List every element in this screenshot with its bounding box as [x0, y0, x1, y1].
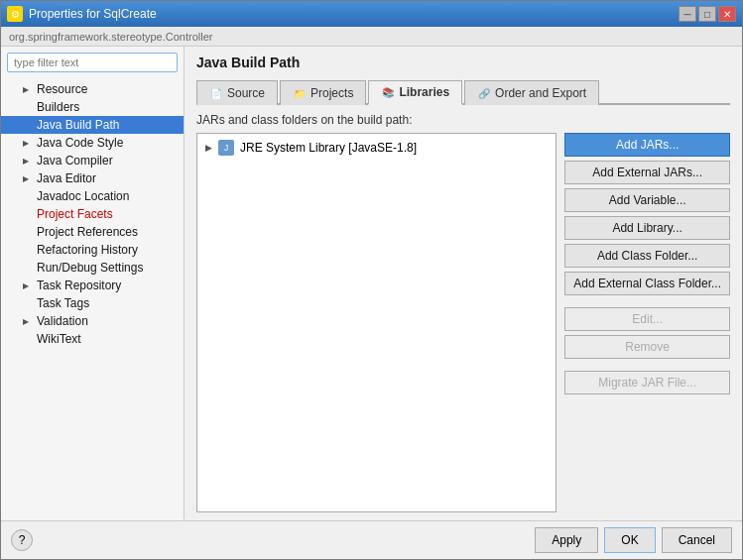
ok-button[interactable]: OK — [604, 527, 655, 553]
sidebar-item-label: Builders — [37, 100, 79, 114]
edit-button[interactable]: Edit... — [564, 307, 730, 331]
add-variable-button[interactable]: Add Variable... — [564, 188, 730, 212]
bottom-right-buttons: Apply OK Cancel — [535, 527, 732, 553]
add-external-jars-button[interactable]: Add External JARs... — [564, 161, 730, 184]
jar-icon: J — [218, 140, 234, 156]
sidebar-tree: ▶ResourceBuildersJava Build Path▶Java Co… — [1, 78, 184, 520]
projects-tab-icon: 📁 — [293, 86, 307, 100]
sidebar-item-run-debug-settings[interactable]: Run/Debug Settings — [1, 259, 184, 277]
title-controls: ─ □ ✕ — [679, 6, 736, 22]
tab-order-and-export[interactable]: 🔗 Order and Export — [464, 80, 599, 105]
sidebar-item-label: Java Compiler — [37, 154, 113, 168]
add-jars-button[interactable]: Add JARs... — [564, 133, 730, 157]
libraries-tab-icon: 📚 — [381, 85, 395, 99]
sidebar-item-task-repository[interactable]: ▶Task Repository — [1, 277, 184, 294]
source-tab-icon: 📄 — [209, 86, 223, 100]
sidebar-item-java-build-path[interactable]: Java Build Path — [1, 116, 184, 134]
title-bar-left: ⚙ Properties for SqlCreate — [7, 6, 157, 22]
expand-icon: ▶ — [23, 317, 33, 326]
expand-icon: ▶ — [23, 157, 33, 166]
sidebar-item-label: Task Tags — [37, 296, 89, 310]
expand-icon: ▶ — [23, 174, 33, 183]
sidebar-item-project-references[interactable]: Project References — [1, 223, 184, 241]
sidebar-item-label: Java Build Path — [37, 118, 119, 132]
help-button[interactable]: ? — [11, 529, 33, 551]
sidebar-item-label: WikiText — [37, 332, 81, 346]
panel-description: JARs and class folders on the build path… — [196, 113, 730, 127]
sidebar-item-resource[interactable]: ▶Resource — [1, 80, 184, 98]
tab-source[interactable]: 📄 Source — [196, 80, 278, 105]
sidebar-item-validation[interactable]: ▶Validation — [1, 312, 184, 330]
sidebar-item-label: Validation — [37, 314, 88, 328]
sidebar-item-wikitext[interactable]: WikiText — [1, 330, 184, 348]
expand-icon: ▶ — [23, 281, 33, 290]
add-library-button[interactable]: Add Library... — [564, 216, 730, 240]
window-title: Properties for SqlCreate — [29, 7, 157, 21]
side-buttons: Add JARs... Add External JARs... Add Var… — [564, 133, 730, 512]
expand-arrow-icon: ▶ — [205, 143, 212, 153]
library-tree: ▶ J JRE System Library [JavaSE-1.8] — [196, 133, 557, 512]
expand-icon: ▶ — [23, 139, 33, 148]
sidebar-item-project-facets[interactable]: Project Facets — [1, 205, 184, 223]
tab-projects[interactable]: 📁 Projects — [280, 80, 366, 105]
panel-title: Java Build Path — [196, 55, 730, 70]
bottom-bar: ? Apply OK Cancel — [1, 520, 742, 559]
breadcrumb: org.springframework.stereotype.Controlle… — [1, 27, 742, 47]
sidebar-item-refactoring-history[interactable]: Refactoring History — [1, 241, 184, 259]
minimize-button[interactable]: ─ — [679, 6, 696, 22]
sidebar-item-java-code-style[interactable]: ▶Java Code Style — [1, 134, 184, 152]
tab-libraries[interactable]: 📚 Libraries — [368, 80, 462, 105]
sidebar-item-label: Run/Debug Settings — [37, 261, 143, 275]
sidebar-item-label: Resource — [37, 82, 87, 96]
right-panel: Java Build Path 📄 Source 📁 Projects 📚 Li… — [185, 47, 742, 520]
sidebar-item-builders[interactable]: Builders — [1, 98, 184, 116]
remove-button[interactable]: Remove — [564, 335, 730, 359]
sidebar-item-task-tags[interactable]: Task Tags — [1, 294, 184, 312]
window-icon: ⚙ — [7, 6, 23, 22]
sidebar-item-label: Task Repository — [37, 279, 121, 292]
sidebar-item-javadoc-location[interactable]: Javadoc Location — [1, 187, 184, 205]
main-content: ▶ResourceBuildersJava Build Path▶Java Co… — [1, 47, 742, 520]
migrate-jar-button[interactable]: Migrate JAR File... — [564, 371, 730, 394]
cancel-button[interactable]: Cancel — [662, 527, 732, 553]
sidebar: ▶ResourceBuildersJava Build Path▶Java Co… — [1, 47, 185, 520]
sidebar-item-label: Java Code Style — [37, 136, 123, 150]
add-class-folder-button[interactable]: Add Class Folder... — [564, 244, 730, 268]
add-external-class-folder-button[interactable]: Add External Class Folder... — [564, 272, 730, 295]
panel-main: ▶ J JRE System Library [JavaSE-1.8] Add … — [196, 133, 730, 512]
expand-icon: ▶ — [23, 85, 33, 94]
sidebar-item-label: Project Facets — [37, 207, 113, 221]
apply-button[interactable]: Apply — [535, 527, 598, 553]
filter-input[interactable] — [7, 53, 178, 72]
sidebar-item-label: Javadoc Location — [37, 189, 129, 203]
sidebar-item-label: Java Editor — [37, 171, 96, 185]
sidebar-item-java-editor[interactable]: ▶Java Editor — [1, 169, 184, 187]
sidebar-item-label: Project References — [37, 225, 138, 239]
maximize-button[interactable]: □ — [698, 6, 716, 22]
title-bar: ⚙ Properties for SqlCreate ─ □ ✕ — [1, 1, 742, 27]
sidebar-item-java-compiler[interactable]: ▶Java Compiler — [1, 152, 184, 169]
sidebar-item-label: Refactoring History — [37, 243, 138, 257]
list-item[interactable]: ▶ J JRE System Library [JavaSE-1.8] — [201, 138, 552, 158]
properties-window: ⚙ Properties for SqlCreate ─ □ ✕ org.spr… — [0, 0, 743, 560]
order-tab-icon: 🔗 — [477, 86, 491, 100]
close-button[interactable]: ✕ — [718, 6, 736, 22]
window-body: org.springframework.stereotype.Controlle… — [1, 27, 742, 559]
tabs-bar: 📄 Source 📁 Projects 📚 Libraries 🔗 Order … — [196, 78, 730, 105]
library-label: JRE System Library [JavaSE-1.8] — [240, 141, 417, 155]
